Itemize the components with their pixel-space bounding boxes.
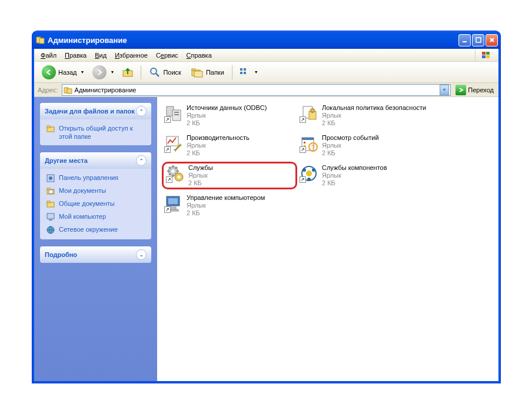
svg-text:?: ? (311, 144, 315, 151)
views-icon (239, 67, 251, 78)
svg-rect-57 (170, 207, 176, 209)
maximize-button[interactable] (472, 34, 484, 46)
collapse-icon: ⌃ (136, 106, 147, 116)
back-button[interactable]: Назад ▼ (38, 64, 88, 81)
details-panel: Подробно ⌄ (40, 246, 151, 263)
forward-dropdown-icon: ▼ (110, 70, 114, 74)
menu-help[interactable]: Справка (182, 51, 216, 60)
share-folder-icon (46, 124, 55, 133)
svg-rect-4 (482, 52, 486, 55)
menu-tools[interactable]: Сервис (152, 51, 182, 60)
app-icon (36, 35, 45, 45)
address-text: Администрирование (75, 86, 440, 94)
svg-point-52 (302, 168, 306, 172)
go-icon (455, 85, 466, 95)
computer-icon (46, 212, 55, 222)
menu-edit[interactable]: Правка (61, 51, 91, 60)
search-icon (149, 66, 161, 78)
details-panel-header[interactable]: Подробно ⌄ (40, 246, 151, 263)
services-icon: ↗ (166, 164, 185, 183)
address-label: Адрес: (36, 86, 59, 94)
expand-icon: ⌄ (136, 249, 147, 260)
close-button[interactable] (486, 34, 498, 46)
address-bar: Адрес: Администрирование ▾ Переход (34, 83, 498, 97)
search-label: Поиск (163, 69, 181, 76)
folders-label: Папки (206, 69, 224, 76)
svg-rect-40 (302, 138, 314, 140)
minimize-button[interactable] (458, 34, 471, 46)
up-button[interactable] (118, 64, 137, 81)
control-panel-link[interactable]: Панель управления (46, 173, 145, 183)
menu-view[interactable]: Вид (91, 51, 111, 60)
forward-button[interactable]: ▼ (89, 64, 117, 81)
shortcut-arrow-icon: ↗ (164, 116, 171, 123)
performance-icon: ↗ (164, 134, 183, 153)
share-folder-link[interactable]: Открыть общий доступ к этой папке (46, 124, 145, 141)
shared-documents-link[interactable]: Общие документы (46, 199, 145, 209)
svg-rect-11 (192, 69, 195, 71)
shortcut-arrow-icon: ↗ (300, 146, 306, 153)
svg-rect-3 (476, 38, 481, 42)
toolbar: Назад ▼ ▼ Поиск Папки ▼ (34, 62, 498, 83)
sidebar: Задачи для файлов и папок ⌃ Открыть общи… (34, 97, 157, 381)
menu-file[interactable]: Файл (36, 51, 61, 60)
places-panel-header[interactable]: Другие места ⌃ (40, 152, 151, 169)
svg-rect-7 (486, 55, 490, 58)
item-odbc[interactable]: ↗ Источники данных (ODBC) Ярлык 2 КБ (162, 102, 297, 129)
go-button[interactable]: Переход (453, 84, 496, 96)
svg-rect-38 (167, 136, 178, 146)
event-viewer-icon: ? ↗ (300, 134, 318, 153)
shortcut-arrow-icon: ↗ (300, 116, 306, 123)
places-panel: Другие места ⌃ Панель управления Мои док… (40, 152, 151, 239)
svg-rect-2 (463, 41, 467, 42)
svg-rect-20 (47, 126, 50, 128)
item-computer-management[interactable]: ↗ Управление компьютером Ярлык 2 КБ (162, 192, 297, 219)
my-computer-link[interactable]: Мой компьютер (46, 212, 145, 222)
tasks-panel-header[interactable]: Задачи для файлов и папок ⌃ (40, 103, 151, 119)
back-dropdown-icon: ▼ (81, 70, 85, 74)
svg-rect-1 (39, 38, 44, 44)
back-icon (42, 65, 56, 79)
tasks-title: Задачи для файлов и папок (45, 108, 136, 115)
back-label: Назад (58, 69, 77, 76)
shared-folder-icon (46, 199, 55, 209)
item-services[interactable]: ↗ Службы Ярлык 2 КБ (162, 162, 297, 189)
svg-point-47 (171, 169, 175, 173)
network-places-link[interactable]: Сетевое окружение (46, 225, 145, 235)
go-label: Переход (468, 86, 494, 94)
svg-point-53 (312, 168, 315, 172)
places-title: Другие места (45, 157, 136, 164)
titlebar[interactable]: Администрирование (32, 31, 500, 49)
shortcut-arrow-icon: ↗ (166, 176, 172, 183)
my-documents-link[interactable]: Мои документы (46, 186, 145, 196)
item-component-services[interactable]: ↗ Службы компонентов Ярлык 2 КБ (297, 162, 433, 189)
svg-rect-16 (244, 72, 246, 74)
windows-logo-icon (475, 49, 496, 61)
views-dropdown-icon: ▼ (254, 70, 258, 74)
shortcut-arrow-icon: ↗ (164, 146, 171, 153)
svg-rect-27 (47, 201, 50, 203)
window-client: Файл Правка Вид Избранное Сервис Справка… (34, 49, 498, 381)
item-performance[interactable]: ↗ Производительность Ярлык 2 КБ (162, 132, 297, 159)
menubar: Файл Правка Вид Избранное Сервис Справка (34, 49, 498, 62)
item-local-security[interactable]: ↗ Локальная политика безопасности Ярлык … (297, 102, 433, 129)
odbc-icon: ↗ (164, 104, 183, 123)
computer-management-icon: ↗ (164, 194, 183, 213)
folders-icon (191, 66, 204, 78)
svg-rect-34 (174, 114, 179, 115)
address-input[interactable]: Администрирование ▾ (62, 84, 451, 96)
svg-point-9 (151, 68, 157, 74)
item-event-viewer[interactable]: ? ↗ Просмотр событий Ярлык 2 КБ (297, 132, 433, 159)
file-list[interactable]: ↗ Источники данных (ODBC) Ярлык 2 КБ ↗ Л… (157, 97, 498, 381)
svg-point-54 (307, 178, 311, 181)
folders-button[interactable]: Папки (187, 65, 228, 80)
search-button[interactable]: Поиск (145, 65, 185, 80)
menu-favorites[interactable]: Избранное (111, 51, 152, 60)
address-dropdown[interactable]: ▾ (440, 85, 449, 95)
svg-rect-12 (194, 71, 202, 77)
svg-rect-41 (304, 142, 305, 143)
svg-rect-5 (486, 52, 490, 55)
views-button[interactable]: ▼ (236, 65, 261, 79)
collapse-icon: ⌃ (136, 155, 147, 166)
svg-point-51 (306, 171, 312, 176)
